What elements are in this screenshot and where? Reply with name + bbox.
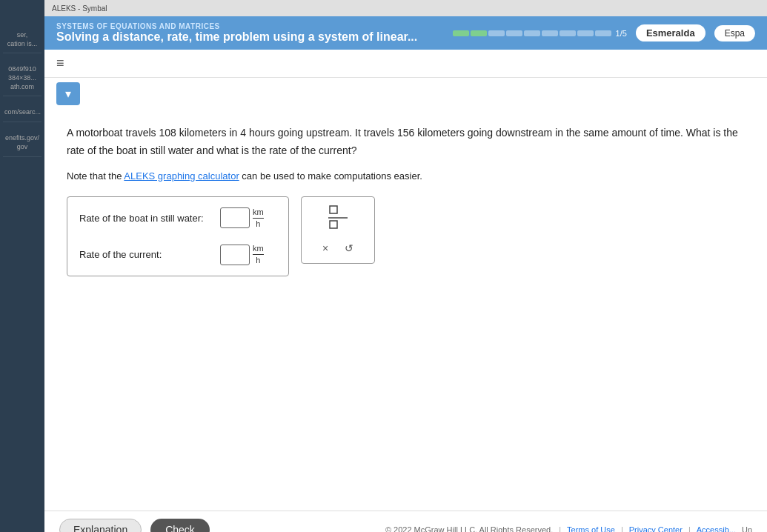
current-unit: km h — [253, 244, 264, 265]
still-water-input-wrap: km h — [220, 207, 264, 229]
explanation-button[interactable]: Explanation — [59, 519, 142, 532]
sidebar-item-2[interactable]: com/searc... — [3, 99, 41, 122]
segment-6 — [542, 30, 558, 36]
system-label: Systems of Equations and Matrices — [56, 22, 417, 30]
footer-un: Un — [742, 525, 752, 532]
footer-right: © 2022 McGraw Hill LLC. All Rights Reser… — [385, 525, 752, 532]
input-section: Rate of the boat in still water: km h Ra… — [67, 196, 745, 277]
unit-line-2 — [253, 254, 264, 255]
fraction-symbol — [327, 205, 349, 233]
dropdown-button[interactable]: ▾ — [56, 82, 80, 105]
sidebar-item-3[interactable]: enefits.gov/ gov — [3, 125, 41, 156]
top-bar: Systems of Equations and Matrices Solvin… — [44, 16, 767, 50]
input-box: Rate of the boat in still water: km h Ra… — [67, 196, 289, 277]
sidebar: ser, cation is... 0849f910 384×38... ath… — [0, 0, 44, 532]
hamburger-row: ≡ — [44, 50, 767, 78]
segment-5 — [524, 30, 540, 36]
sidebar-item-3-label: enefits.gov/ gov — [4, 134, 40, 151]
unit-line-1 — [253, 218, 264, 219]
segment-9 — [595, 30, 611, 36]
undo-button[interactable]: ↺ — [340, 241, 358, 256]
user-badge: Esmeralda — [636, 24, 705, 41]
bottom-bar: Explanation Check © 2022 McGraw Hill LLC… — [44, 511, 767, 532]
still-water-unit: km h — [253, 207, 264, 229]
terms-link[interactable]: Terms of Use — [567, 525, 615, 532]
segment-2 — [471, 30, 487, 36]
problem-text: A motorboat travels 108 kilometers in 4 … — [67, 124, 745, 160]
segment-7 — [560, 30, 576, 36]
progress-segments — [453, 30, 611, 36]
symbol-buttons: × ↺ — [318, 241, 358, 256]
still-water-row: Rate of the boat in still water: km h — [79, 207, 276, 229]
aleks-calc-link[interactable]: ALEKS graphing calculator — [124, 170, 239, 182]
browser-tab-bar: ALEKS - Symbal — [44, 0, 767, 16]
current-input[interactable] — [220, 245, 250, 265]
sidebar-item-0-label: ser, cation is... — [4, 31, 40, 48]
current-unit-num: km — [253, 244, 264, 253]
still-water-input[interactable] — [220, 207, 250, 228]
segment-3 — [488, 30, 505, 36]
sidebar-item-1[interactable]: 0849f910 384×38... ath.com — [3, 56, 41, 96]
svg-rect-0 — [330, 206, 337, 213]
current-input-wrap: km h — [220, 244, 264, 265]
segment-1 — [453, 30, 469, 36]
still-water-label: Rate of the boat in still water: — [79, 213, 213, 224]
copyright-text: © 2022 McGraw Hill LLC. All Rights Reser… — [385, 525, 553, 532]
espa-button[interactable]: Espa — [714, 25, 755, 41]
current-label: Rate of the current: — [79, 249, 213, 260]
progress-bar: 1/5 — [453, 29, 627, 38]
progress-text: 1/5 — [616, 29, 627, 38]
privacy-link[interactable]: Privacy Center — [629, 525, 683, 532]
browser-tab-label: ALEKS - Symbal — [52, 4, 107, 13]
symbol-box: × ↺ — [301, 196, 375, 264]
top-bar-right: 1/5 Esmeralda Espa — [453, 24, 755, 41]
current-row: Rate of the current: km h — [79, 244, 276, 265]
segment-4 — [506, 30, 522, 36]
chevron-down-icon: ▾ — [65, 87, 71, 101]
times-button[interactable]: × — [318, 241, 333, 256]
hamburger-icon[interactable]: ≡ — [56, 56, 64, 71]
sidebar-item-1-label: 0849f910 384×38... ath.com — [4, 65, 40, 91]
content-area: A motorboat travels 108 kilometers in 4 … — [44, 110, 767, 511]
sidebar-item-2-label: com/searc... — [4, 108, 40, 117]
note-text: Note that the ALEKS graphing calculator … — [67, 170, 745, 182]
current-unit-den: h — [256, 256, 260, 265]
dropdown-row: ▾ — [44, 78, 767, 110]
svg-rect-2 — [330, 221, 337, 228]
problem-title: Solving a distance, rate, time problem u… — [56, 30, 417, 44]
accessibility-link[interactable]: Accessib... — [697, 525, 736, 532]
segment-8 — [577, 30, 594, 36]
top-bar-left: Systems of Equations and Matrices Solvin… — [56, 22, 417, 44]
still-water-unit-den: h — [256, 219, 260, 229]
sidebar-item-0[interactable]: ser, cation is... — [3, 22, 41, 53]
still-water-unit-num: km — [253, 207, 264, 217]
bottom-left: Explanation Check — [59, 519, 210, 532]
check-button[interactable]: Check — [150, 519, 210, 532]
